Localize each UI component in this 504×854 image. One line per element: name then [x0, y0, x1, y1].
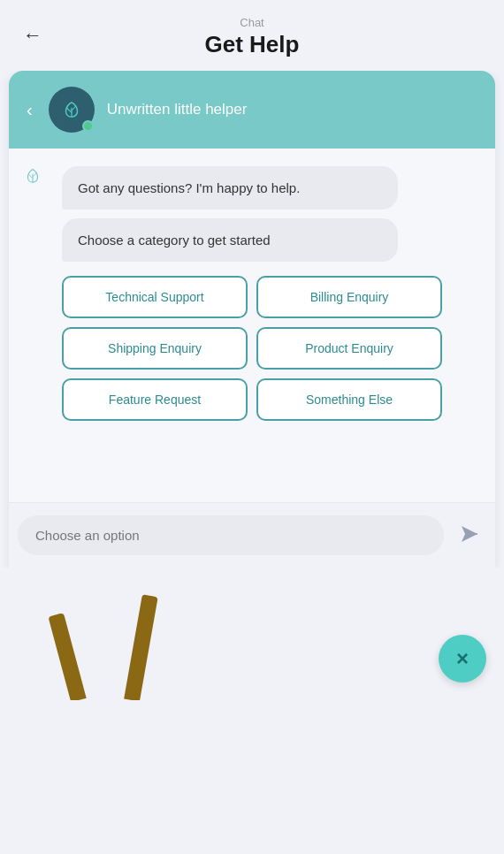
category-something-else[interactable]: Something Else — [256, 378, 442, 421]
category-technical-support[interactable]: Technical Support — [62, 276, 248, 318]
message-bubble-1: Got any questions? I'm happy to help. — [62, 166, 398, 210]
category-feature-request[interactable]: Feature Request — [62, 378, 248, 421]
back-button[interactable]: ← — [16, 20, 50, 50]
input-bar — [9, 502, 495, 568]
decorative-stick-1 — [48, 613, 86, 700]
page-header: ← Chat Get Help — [0, 0, 504, 71]
category-shipping-enquiry[interactable]: Shipping Enquiry — [62, 327, 248, 370]
bot-leaf-icon — [23, 166, 42, 186]
close-button[interactable]: × — [439, 635, 486, 682]
send-icon — [456, 522, 481, 546]
page-subtitle: Chat — [18, 16, 486, 29]
messages-list: Got any questions? I'm happy to help. Ch… — [62, 166, 481, 262]
decorative-stick-2 — [124, 594, 158, 700]
category-grid: Technical Support Billing Enquiry Shippi… — [62, 276, 442, 421]
chat-back-button[interactable]: ‹ — [23, 98, 36, 122]
chat-input[interactable] — [18, 515, 444, 555]
chat-container: ‹ Unwritten little helper — [9, 71, 495, 568]
message-bubble-2: Choose a category to get started — [62, 218, 398, 262]
bot-name: Unwritten little helper — [107, 101, 248, 118]
chat-header: ‹ Unwritten little helper — [9, 71, 495, 149]
category-billing-enquiry[interactable]: Billing Enquiry — [256, 276, 442, 318]
chat-body: Got any questions? I'm happy to help. Ch… — [9, 149, 495, 502]
leaf-icon — [60, 98, 83, 121]
bottom-section: × — [0, 568, 504, 700]
category-product-enquiry[interactable]: Product Enquiry — [256, 327, 442, 370]
online-indicator — [82, 120, 94, 132]
send-button[interactable] — [451, 516, 486, 554]
avatar — [49, 87, 95, 133]
bot-icon-float — [23, 166, 42, 189]
page-title: Get Help — [18, 31, 486, 58]
